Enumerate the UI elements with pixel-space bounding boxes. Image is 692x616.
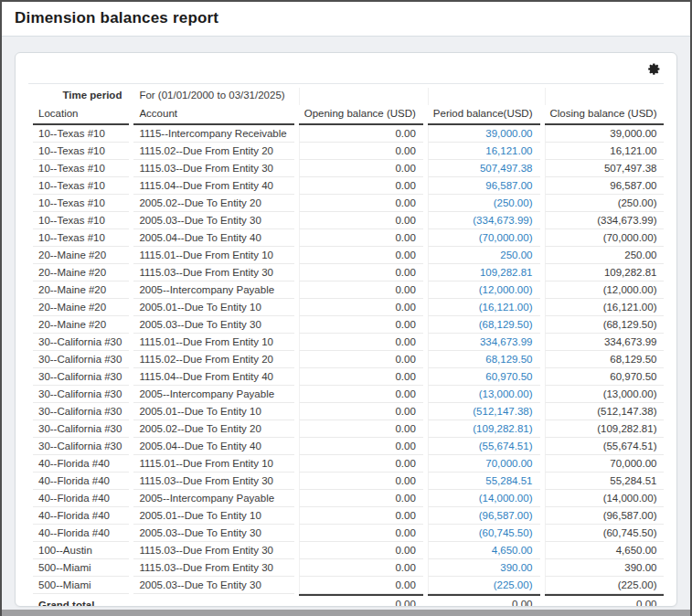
location-cell: 20--Maine #20 <box>33 247 129 264</box>
period-balance-link[interactable]: 68,129.50 <box>485 354 532 365</box>
closing-balance-cell: 16,121.00 <box>545 143 665 160</box>
period-balance-link[interactable]: (70,000.00) <box>479 232 533 243</box>
closing-balance-cell: 96,587.00 <box>545 177 665 195</box>
period-balance-link[interactable]: 16,121.00 <box>485 145 532 156</box>
period-balance-cell: 334,673.99 <box>428 334 540 351</box>
empty-cell <box>545 88 665 105</box>
period-balance-cell: 109,282.81 <box>428 264 540 281</box>
period-balance-cell: (55,674.51) <box>428 438 540 455</box>
time-period-label: Time period <box>33 88 129 105</box>
table-row: 20--Maine #20 2005.03--Due To Entity 30 … <box>33 316 664 334</box>
settings-gear-icon[interactable] <box>645 61 662 78</box>
location-cell: 40--Florida #40 <box>33 507 129 525</box>
opening-balance-cell: 0.00 <box>299 368 423 386</box>
period-balance-link[interactable]: (68,129.50) <box>479 319 533 330</box>
table-row: 500--Miami 1115.03--Due From Entity 30 0… <box>33 559 664 577</box>
table-row: 30--California #30 1115.01--Due From Ent… <box>33 334 664 351</box>
period-balance-cell: 60,970.50 <box>428 368 540 386</box>
table-row: 10--Texas #10 2005.03--Due To Entity 30 … <box>33 212 664 229</box>
horizontal-scrollbar-thumb[interactable] <box>2 610 690 616</box>
closing-balance-cell: 507,497.38 <box>545 160 665 177</box>
location-cell: 10--Texas #10 <box>33 229 129 247</box>
account-cell: 1115.03--Due From Entity 30 <box>133 542 293 559</box>
closing-balance-cell: 60,970.50 <box>545 368 665 386</box>
table-footer: Grand total 0.00 0.00 0.00 <box>33 594 664 607</box>
gear-glyph <box>647 62 661 76</box>
closing-balance-cell: (109,282.81) <box>545 420 665 438</box>
opening-balance-cell: 0.00 <box>299 264 423 281</box>
period-balance-link[interactable]: 60,970.50 <box>485 371 532 382</box>
period-balance-link[interactable]: 109,282.81 <box>480 267 533 278</box>
opening-balance-cell: 0.00 <box>299 473 423 490</box>
period-balance-cell: (68,129.50) <box>428 316 540 334</box>
opening-balance-cell: 0.00 <box>299 455 423 473</box>
opening-balance-cell: 0.00 <box>299 507 423 525</box>
table-header: Time period For (01/01/2000 to 03/31/202… <box>33 88 664 125</box>
period-balance-link[interactable]: (250.00) <box>494 197 533 208</box>
closing-balance-cell: (14,000.00) <box>545 490 665 507</box>
closing-balance-cell: 250.00 <box>545 247 665 264</box>
period-balance-link[interactable]: 96,587.00 <box>485 180 532 191</box>
closing-balance-cell: (225.00) <box>545 577 665 594</box>
closing-balance-cell: (250.00) <box>545 195 665 212</box>
period-balance-link[interactable]: (12,000.00) <box>479 284 533 295</box>
period-balance-cell: 55,284.51 <box>428 473 540 490</box>
table-row: 30--California #30 2005.01--Due To Entit… <box>33 403 664 420</box>
period-balance-link[interactable]: (334,673.99) <box>473 215 532 226</box>
period-balance-cell: (60,745.50) <box>428 525 540 542</box>
period-balance-link[interactable]: (60,745.50) <box>479 527 533 538</box>
period-balance-link[interactable]: 55,284.51 <box>485 475 532 486</box>
account-cell: 2005.03--Due To Entity 30 <box>133 316 293 334</box>
opening-balance-cell: 0.00 <box>299 125 423 143</box>
closing-balance-cell: 55,284.51 <box>545 473 665 490</box>
account-cell: 1115.01--Due From Entity 10 <box>133 334 293 351</box>
table-row: 10--Texas #10 1115.04--Due From Entity 4… <box>33 177 664 195</box>
period-balance-cell: (12,000.00) <box>428 281 540 299</box>
period-balance-cell: (512,147.38) <box>428 403 540 420</box>
period-balance-link[interactable]: (14,000.00) <box>479 493 533 504</box>
period-balance-link[interactable]: (225.00) <box>494 579 533 590</box>
grand-total-label: Grand total <box>33 594 129 607</box>
location-cell: 40--Florida #40 <box>33 455 129 473</box>
account-cell: 2005.04--Due To Entity 40 <box>133 438 293 455</box>
period-balance-link[interactable]: (512,147.38) <box>473 406 532 417</box>
opening-balance-cell: 0.00 <box>299 229 423 247</box>
opening-balance-cell: 0.00 <box>299 386 423 403</box>
location-cell: 10--Texas #10 <box>33 177 129 195</box>
account-cell: 2005.01--Due To Entity 10 <box>133 299 293 316</box>
period-balance-link[interactable]: (16,121.00) <box>479 302 533 313</box>
closing-balance-cell: (70,000.00) <box>545 229 665 247</box>
opening-balance-cell: 0.00 <box>299 195 423 212</box>
column-header-opening-balance: Opening balance (USD) <box>299 105 423 125</box>
empty-cell <box>299 88 423 105</box>
period-balance-link[interactable]: 70,000.00 <box>485 458 532 469</box>
location-cell: 10--Texas #10 <box>33 160 129 177</box>
period-balance-cell: (70,000.00) <box>428 229 540 247</box>
table-row: 40--Florida #40 1115.01--Due From Entity… <box>33 455 664 473</box>
time-period-value: For (01/01/2000 to 03/31/2025) <box>133 88 293 105</box>
empty-cell <box>133 594 293 607</box>
period-balance-link[interactable]: 250.00 <box>500 250 532 260</box>
account-cell: 1115--Intercompany Receivable <box>133 125 293 143</box>
grand-total-opening: 0.00 <box>299 594 423 607</box>
period-balance-link[interactable]: (109,282.81) <box>473 423 532 434</box>
period-balance-link[interactable]: 39,000.00 <box>485 128 532 139</box>
account-cell: 1115.03--Due From Entity 30 <box>133 264 293 281</box>
location-cell: 10--Texas #10 <box>33 195 129 212</box>
period-balance-cell: 507,497.38 <box>428 160 540 177</box>
period-balance-link[interactable]: 390.00 <box>500 562 532 573</box>
period-balance-link[interactable]: (13,000.00) <box>479 388 533 399</box>
period-balance-link[interactable]: 334,673.99 <box>480 336 533 347</box>
page-title: Dimension balances report <box>15 9 677 27</box>
table-row: 30--California #30 2005.02--Due To Entit… <box>33 420 664 438</box>
horizontal-scrollbar[interactable] <box>2 610 690 616</box>
period-balance-link[interactable]: 4,650.00 <box>492 545 533 556</box>
column-header-period-balance: Period balance(USD) <box>428 105 540 125</box>
opening-balance-cell: 0.00 <box>299 577 423 594</box>
location-cell: 500--Miami <box>33 577 129 594</box>
period-balance-link[interactable]: (96,587.00) <box>479 510 533 521</box>
opening-balance-cell: 0.00 <box>299 177 423 195</box>
opening-balance-cell: 0.00 <box>299 299 423 316</box>
period-balance-link[interactable]: (55,674.51) <box>479 441 533 451</box>
period-balance-link[interactable]: 507,497.38 <box>480 163 533 174</box>
